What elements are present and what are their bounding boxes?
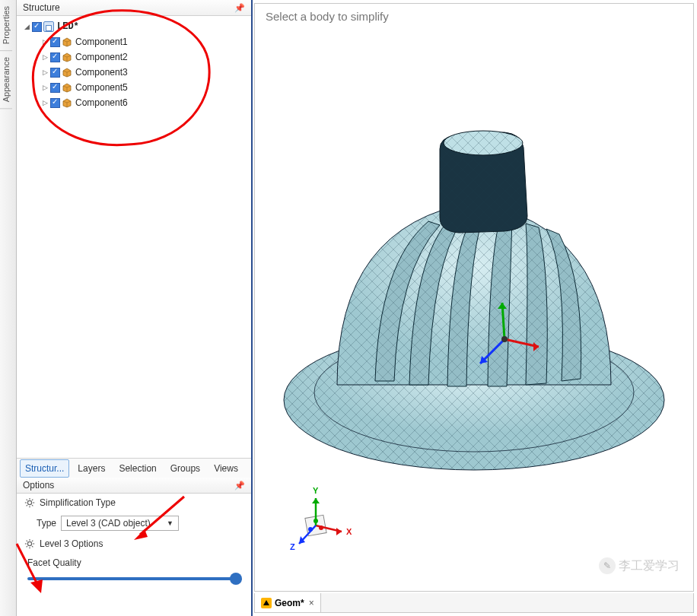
type-label: Type bbox=[37, 518, 56, 529]
facet-quality-row: Facet Quality bbox=[17, 553, 251, 585]
model-tree: ◢ LED* ▷ Component1 ▷ Component2 ▷ bbox=[17, 16, 251, 113]
svg-line-27 bbox=[27, 505, 27, 506]
slider-track bbox=[27, 577, 240, 580]
tree-root-row[interactable]: ◢ LED* bbox=[23, 19, 251, 34]
pin-icon[interactable]: 📌 bbox=[234, 3, 245, 13]
expander-icon[interactable]: ▷ bbox=[41, 68, 49, 76]
svg-line-34 bbox=[27, 541, 27, 541]
options-panel: Options 📌 Simplification Type Type Level… bbox=[17, 478, 251, 616]
gear-icon bbox=[24, 538, 35, 549]
svg-point-20 bbox=[27, 500, 31, 504]
expander-icon[interactable]: ◢ bbox=[23, 23, 30, 30]
tree-item-label: Component5 bbox=[75, 82, 128, 93]
structure-panel-header: Structure 📌 bbox=[17, 0, 251, 16]
document-tab-geom[interactable]: Geom* × bbox=[255, 593, 321, 612]
tree-row[interactable]: ▷ Component3 bbox=[23, 65, 251, 80]
svg-line-37 bbox=[32, 541, 33, 541]
viewport-prompt-text: Select a body to simplify bbox=[266, 10, 389, 23]
svg-text:Y: Y bbox=[313, 486, 319, 495]
structure-panel-title: Structure bbox=[23, 2, 60, 13]
tree-row[interactable]: ▷ Component6 bbox=[23, 95, 251, 110]
tree-row[interactable]: ▷ Component5 bbox=[23, 80, 251, 95]
svg-point-47 bbox=[444, 131, 523, 155]
tab-layers[interactable]: Layers bbox=[72, 459, 110, 478]
simplification-type-row: Simplification Type bbox=[17, 494, 251, 512]
close-icon[interactable]: × bbox=[309, 598, 314, 608]
expander-icon[interactable]: ▷ bbox=[41, 38, 49, 46]
svg-point-54 bbox=[501, 336, 508, 342]
slider-thumb[interactable] bbox=[230, 573, 242, 585]
visibility-checkbox[interactable] bbox=[50, 68, 60, 78]
expander-icon[interactable]: ▷ bbox=[41, 99, 49, 106]
tab-views[interactable]: Views bbox=[208, 459, 243, 478]
visibility-checkbox[interactable] bbox=[50, 37, 60, 47]
simplification-type-label: Simplification Type bbox=[40, 497, 116, 508]
vertical-tab-strip: Properties Appearance bbox=[0, 0, 17, 616]
vtab-appearance[interactable]: Appearance bbox=[0, 51, 12, 109]
svg-marker-60 bbox=[336, 528, 342, 535]
tree-root-label: LED* bbox=[57, 21, 79, 32]
tree-row[interactable]: ▷ Component2 bbox=[23, 49, 251, 65]
document-tab-label: Geom* bbox=[275, 598, 304, 608]
type-dropdown-value: Level 3 (CAD object) bbox=[66, 518, 151, 529]
tree-item-label: Component6 bbox=[75, 97, 128, 108]
pin-icon[interactable]: 📌 bbox=[234, 481, 245, 491]
visibility-checkbox[interactable] bbox=[50, 83, 60, 93]
tree-item-label: Component3 bbox=[75, 67, 128, 78]
svg-marker-63 bbox=[312, 498, 320, 503]
visibility-checkbox[interactable] bbox=[50, 98, 60, 108]
component-icon bbox=[62, 82, 72, 93]
model-mesh bbox=[276, 111, 672, 506]
component-icon bbox=[62, 52, 72, 62]
facet-quality-slider[interactable] bbox=[27, 571, 240, 585]
svg-line-25 bbox=[27, 500, 27, 500]
ansys-icon bbox=[261, 598, 272, 608]
type-dropdown[interactable]: Level 3 (CAD object) ▼ bbox=[61, 516, 179, 531]
svg-text:X: X bbox=[346, 527, 352, 536]
watermark: ✎ 李工爱学习 bbox=[599, 557, 679, 574]
vtab-properties[interactable]: Properties bbox=[0, 0, 12, 51]
tab-selection[interactable]: Selection bbox=[113, 459, 161, 478]
component-icon bbox=[62, 37, 72, 47]
component-icon bbox=[62, 97, 72, 108]
tab-structure[interactable]: Structur... bbox=[20, 459, 69, 478]
chevron-down-icon: ▼ bbox=[167, 519, 173, 527]
tree-item-label: Component1 bbox=[75, 37, 128, 47]
options-panel-header: Options 📌 bbox=[17, 478, 251, 494]
svg-point-29 bbox=[27, 541, 31, 545]
svg-line-28 bbox=[32, 500, 33, 500]
assembly-icon bbox=[43, 21, 54, 32]
tab-groups[interactable]: Groups bbox=[165, 459, 205, 478]
watermark-icon: ✎ bbox=[599, 557, 616, 574]
orientation-triad[interactable]: X Y Z bbox=[288, 484, 357, 553]
tree-item-label: Component2 bbox=[75, 52, 128, 62]
svg-line-35 bbox=[32, 546, 33, 547]
component-icon bbox=[62, 67, 72, 78]
visibility-checkbox[interactable] bbox=[32, 22, 42, 32]
gear-icon bbox=[24, 497, 35, 508]
visibility-checkbox[interactable] bbox=[50, 52, 60, 62]
left-panel-tabs: Structur... Layers Selection Groups View… bbox=[17, 458, 251, 478]
svg-line-26 bbox=[32, 505, 33, 506]
facet-quality-label: Facet Quality bbox=[27, 557, 81, 568]
expander-icon[interactable]: ▷ bbox=[41, 84, 49, 91]
document-tab-bar: Geom* × bbox=[254, 593, 694, 613]
svg-line-36 bbox=[27, 546, 27, 547]
svg-text:Z: Z bbox=[290, 542, 295, 551]
level3-options-label: Level 3 Options bbox=[40, 538, 103, 549]
tree-row[interactable]: ▷ Component1 bbox=[23, 34, 251, 49]
level3-options-row: Level 3 Options bbox=[17, 535, 251, 553]
type-selector-row: Type Level 3 (CAD object) ▼ bbox=[17, 512, 251, 535]
options-panel-title: Options bbox=[23, 480, 54, 491]
viewport-3d[interactable]: Select a body to simplify bbox=[254, 3, 694, 592]
left-panel: Structure 📌 ◢ LED* ▷ Component1 ▷ Compon… bbox=[17, 0, 253, 616]
watermark-text: 李工爱学习 bbox=[619, 558, 679, 574]
expander-icon[interactable]: ▷ bbox=[41, 53, 49, 61]
